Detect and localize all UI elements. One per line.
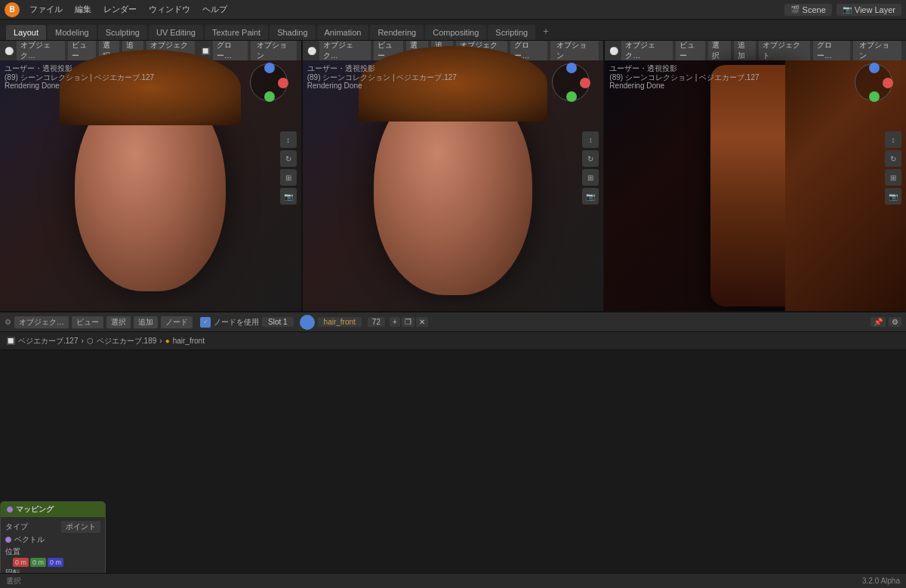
mapping-pos-xyz: 0 m 0 m 0 m — [13, 558, 100, 567]
menu-file[interactable]: ファイル — [24, 2, 68, 17]
vp3-object-mode-btn[interactable]: オブジェクト — [759, 41, 810, 62]
vp3-rotate-tool[interactable]: ↻ — [885, 150, 901, 167]
vp3-camera-tool[interactable]: 📷 — [885, 188, 901, 205]
vp1-glow-btn[interactable]: グロー… — [213, 41, 248, 62]
vp3-add-btn[interactable]: 追加 — [734, 41, 756, 62]
vp3-gizmo-y — [869, 91, 880, 102]
menu-window[interactable]: ウィンドウ — [143, 2, 196, 17]
vp3-scale-tool[interactable]: ⊞ — [885, 169, 901, 186]
vp2-move-tool[interactable]: ↕ — [582, 131, 599, 148]
mapping-pos-row: 位置 — [5, 546, 100, 558]
breadcrumb-mat-icon: ● — [165, 337, 170, 345]
node-header-view-btn[interactable]: ビュー — [72, 316, 103, 328]
vp1-gizmo-x — [278, 78, 288, 88]
use-nodes-label: ノードを使用 — [214, 317, 259, 328]
viewports-row: ⚪ オブジェク… ビュー 選択 追加 オブジェクト 🔲 グロー… オプション ユ… — [0, 41, 906, 312]
breadcrumb-scene[interactable]: ベジエカーブ.127 — [18, 336, 78, 346]
menu-render[interactable]: レンダー — [98, 2, 142, 17]
vp1-move-tool[interactable]: ↕ — [280, 131, 297, 148]
vp3-view-btn[interactable]: ビュー — [676, 41, 705, 62]
node-editor-header: ⚙ オブジェク… ビュー 選択 追加 ノード ✓ ノードを使用 Slot 1 h… — [0, 312, 906, 332]
vp2-gizmo-y — [566, 91, 577, 102]
slot-selector[interactable]: Slot 1 — [262, 317, 294, 327]
vp3-select-btn[interactable]: 選択 — [708, 41, 730, 62]
vp2-options-btn[interactable]: オプション — [550, 41, 599, 62]
vp3-glow-btn[interactable]: グロー… — [813, 41, 850, 62]
vp1-nav-gizmo[interactable] — [250, 63, 295, 109]
vp3-object-btn[interactable]: オブジェク… — [621, 41, 673, 62]
node-header-node-btn[interactable]: ノード — [161, 316, 193, 328]
vp1-options-btn[interactable]: オプション — [251, 41, 297, 62]
mapping-vector-socket — [5, 537, 11, 543]
vp1-render-content — [75, 80, 226, 291]
material-remove-btn[interactable]: ✕ — [416, 317, 428, 327]
vp1-tools: ↕ ↻ ⊞ 📷 — [280, 131, 297, 205]
vp2-object-btn[interactable]: オブジェク… — [319, 41, 371, 62]
vp3-icon: ⚪ — [609, 47, 618, 55]
tab-texture-paint[interactable]: Texture Paint — [205, 25, 268, 40]
mapping-in-socket — [7, 506, 13, 513]
breadcrumb-arrow1: › — [81, 337, 83, 345]
node-canvas[interactable]: マッピング タイプ ポイント ベクトル 位置 0 m 0 m 0 m — [0, 350, 906, 588]
material-name[interactable]: hair_front — [318, 317, 362, 327]
vp1-scale-tool[interactable]: ⊞ — [280, 169, 297, 186]
vp2-nav-gizmo[interactable] — [552, 63, 597, 109]
tab-animation[interactable]: Animation — [317, 25, 369, 40]
material-add-btn[interactable]: + — [390, 317, 400, 327]
tab-layout[interactable]: Layout — [6, 25, 46, 40]
menu-edit[interactable]: 編集 — [69, 2, 97, 17]
node-header-object-btn[interactable]: オブジェク… — [14, 316, 69, 328]
viewlayer-icon: 📷 — [843, 5, 852, 14]
material-copy-btn[interactable]: ❐ — [402, 317, 414, 327]
use-nodes-checkbox[interactable]: ✓ — [200, 317, 211, 328]
vp3-nav-gizmo[interactable] — [855, 63, 900, 109]
tab-sculpting[interactable]: Sculpting — [98, 25, 147, 40]
vp2-gizmo-circle — [552, 63, 590, 101]
vp3-tools: ↕ ↻ ⊞ 📷 — [885, 131, 901, 205]
vp2-rotate-tool[interactable]: ↻ — [582, 150, 599, 167]
mapping-y[interactable]: 0 m — [30, 558, 46, 567]
node-editor-icon: ⚙ — [5, 318, 11, 326]
breadcrumb-object[interactable]: ベジエカーブ.189 — [97, 336, 156, 346]
node-header-add-btn[interactable]: 追加 — [134, 316, 158, 328]
material-icon — [300, 315, 315, 330]
vp2-camera-tool[interactable]: 📷 — [582, 188, 599, 205]
breadcrumb-icon2: ⬡ — [87, 337, 94, 345]
vp1-object-btn[interactable]: オブジェク… — [17, 41, 65, 62]
vp1-icon: ⚪ — [5, 47, 14, 55]
vp3-options-btn[interactable]: オプション — [853, 41, 901, 62]
tab-shading[interactable]: Shading — [270, 25, 315, 40]
add-workspace-button[interactable]: + — [537, 23, 555, 40]
scene-label: Scene — [803, 5, 826, 14]
vp1-gizmo-z — [264, 63, 275, 73]
node-editor: ⚙ オブジェク… ビュー 選択 追加 ノード ✓ ノードを使用 Slot 1 h… — [0, 312, 906, 588]
status-bar: 選択 3.2.0 Alpha — [0, 573, 906, 588]
tab-modeling[interactable]: Modeling — [48, 25, 97, 40]
vp3-render-status: Rendering Done — [609, 82, 664, 90]
vp2-render-status: Rendering Done — [307, 82, 362, 90]
vp3-move-tool[interactable]: ↕ — [885, 131, 901, 148]
viewlayer-label: View Layer — [855, 5, 895, 14]
vp2-tools: ↕ ↻ ⊞ 📷 — [582, 131, 599, 205]
vp2-scale-tool[interactable]: ⊞ — [582, 169, 599, 186]
node-mapping-title: マッピング — [1, 502, 105, 517]
vp1-gizmo-y — [264, 91, 275, 102]
vp3-gizmo-x — [883, 78, 893, 88]
vp1-camera-tool[interactable]: 📷 — [280, 188, 297, 205]
tab-scripting[interactable]: Scripting — [488, 25, 535, 40]
node-header-select-btn[interactable]: 選択 — [106, 316, 131, 328]
tab-rendering[interactable]: Rendering — [370, 25, 424, 40]
tab-compositing[interactable]: Compositing — [425, 25, 486, 40]
menu-help[interactable]: ヘルプ — [197, 2, 233, 17]
breadcrumb-material[interactable]: hair_front — [173, 337, 205, 345]
top-menubar: B ファイル 編集 レンダー ウィンドウ ヘルプ 🎬 Scene 📷 View … — [0, 0, 906, 20]
tab-uv-editing[interactable]: UV Editing — [149, 25, 203, 40]
vp1-rotate-tool[interactable]: ↻ — [280, 150, 297, 167]
mapping-vector-row: ベクトル — [5, 534, 100, 546]
mapping-type-value[interactable]: ポイント — [61, 521, 100, 533]
mapping-z[interactable]: 0 m — [48, 558, 63, 567]
vp1-gizmo-circle — [250, 63, 288, 101]
node-pin-btn[interactable]: 📌 — [871, 317, 886, 327]
node-settings-btn[interactable]: ⚙ — [889, 317, 901, 327]
mapping-x[interactable]: 0 m — [13, 558, 29, 567]
